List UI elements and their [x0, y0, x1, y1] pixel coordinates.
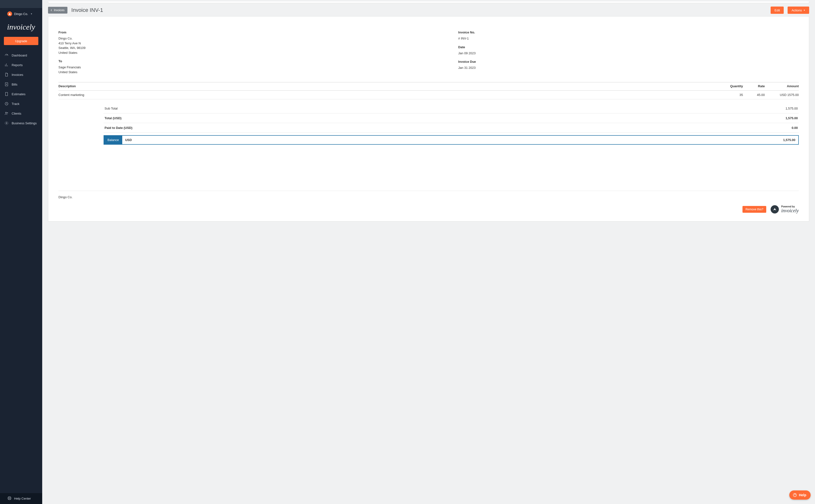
- chevron-left-icon: [50, 9, 53, 12]
- sidebar-topbar: [0, 0, 42, 8]
- cell-description: Content marketing: [58, 91, 721, 99]
- sidebar-item-bills[interactable]: Bills: [0, 79, 42, 89]
- caret-down-icon: ▼: [803, 9, 805, 11]
- page-title: Invoice INV-1: [71, 7, 103, 13]
- sidebar: Dingo Co. ▼ invoicely Upgrade Dashboard …: [0, 0, 42, 504]
- main: Invoices Invoice INV-1 Edit Actions ▼ Fr…: [42, 0, 815, 504]
- sidebar-nav: Dashboard Reports Invoices Bills: [0, 50, 42, 128]
- file-icon: [4, 72, 9, 77]
- subtotal-value: 1,575.00: [764, 107, 798, 110]
- due-value: Jan 31 2023: [458, 65, 799, 70]
- file-plus-icon: [4, 82, 9, 87]
- content-scroll[interactable]: From Dingo Co. 410 Terry Ave N Seattle, …: [42, 16, 815, 504]
- bar-chart-icon: [4, 63, 9, 67]
- help-center-link[interactable]: Help Center: [0, 493, 42, 504]
- question-circle-icon: [793, 493, 797, 497]
- help-center-label: Help Center: [14, 497, 31, 500]
- page-header: Invoices Invoice INV-1 Edit Actions ▼: [42, 3, 815, 16]
- sidebar-item-label: Bills: [12, 83, 17, 86]
- balance-value: 1,575.00: [135, 136, 798, 144]
- org-picker[interactable]: Dingo Co. ▼: [0, 8, 42, 20]
- powered-by-brand: invoicely: [781, 208, 799, 213]
- remove-branding-button[interactable]: Remove this?: [743, 206, 766, 213]
- balance-row: Balance USD 1,575.00: [103, 135, 799, 145]
- gear-icon: [4, 121, 9, 125]
- from-body: Dingo Co. 410 Terry Ave N Seattle, WA, 9…: [58, 36, 458, 55]
- edit-button[interactable]: Edit: [771, 7, 784, 14]
- total-label: Total (USD): [104, 116, 764, 120]
- sidebar-item-clients[interactable]: Clients: [0, 109, 42, 118]
- svg-point-9: [795, 496, 795, 496]
- back-to-invoices-button[interactable]: Invoices: [48, 7, 67, 14]
- sidebar-item-track[interactable]: Track: [0, 99, 42, 109]
- svg-point-3: [6, 112, 7, 113]
- sidebar-item-label: Dashboard: [12, 54, 27, 57]
- sidebar-item-label: Clients: [12, 112, 21, 115]
- sidebar-item-estimates[interactable]: Estimates: [0, 89, 42, 99]
- line-items-table: Description Quantity Rate Amount Content…: [58, 82, 799, 99]
- paid-label: Paid to Date (USD): [104, 126, 764, 130]
- date-title: Date: [458, 45, 799, 49]
- collapsed-banner: [48, 1, 809, 3]
- date-value: Jan 09 2023: [458, 51, 799, 56]
- from-country: United States: [58, 50, 458, 55]
- col-description: Description: [58, 82, 721, 91]
- sidebar-item-label: Estimates: [12, 92, 25, 96]
- svg-point-5: [6, 123, 7, 124]
- lifebuoy-icon: [7, 496, 12, 501]
- due-title: Invoice Due: [458, 60, 799, 63]
- table-row: Content marketing 35 45.00 USD 1575.00: [58, 91, 799, 99]
- to-country: United States: [58, 70, 458, 75]
- footer-company: Dingo Co.: [58, 195, 799, 199]
- org-logo-icon: [7, 11, 12, 16]
- invoice-card: From Dingo Co. 410 Terry Ave N Seattle, …: [48, 16, 809, 221]
- org-name: Dingo Co.: [14, 12, 28, 16]
- col-rate: Rate: [743, 82, 765, 91]
- brand-logo[interactable]: invoicely: [0, 20, 42, 33]
- actions-button[interactable]: Actions ▼: [788, 7, 809, 14]
- balance-label: Balance: [104, 136, 122, 144]
- col-amount: Amount: [765, 82, 799, 91]
- sidebar-item-invoices[interactable]: Invoices: [0, 70, 42, 79]
- upgrade-button[interactable]: Upgrade: [4, 37, 38, 45]
- actions-label: Actions: [791, 8, 802, 12]
- clock-icon: [4, 102, 9, 106]
- paid-value: 0.00: [764, 126, 798, 130]
- to-name: Sage Financials: [58, 65, 458, 70]
- svg-rect-1: [6, 92, 8, 96]
- invoice-no-title: Invoice No.: [458, 31, 799, 34]
- sidebar-item-business-settings[interactable]: Business Settings: [0, 118, 42, 128]
- bird-icon: [771, 205, 779, 213]
- sidebar-item-label: Business Settings: [12, 121, 37, 125]
- back-label: Invoices: [54, 8, 64, 12]
- total-value: 1,575.00: [764, 116, 798, 120]
- users-icon: [4, 111, 9, 116]
- svg-point-7: [9, 497, 10, 499]
- gauge-icon: [4, 53, 9, 57]
- totals: Sub Total 1,575.00 Total (USD) 1,575.00 …: [103, 104, 799, 145]
- from-addr1: 410 Terry Ave N: [58, 41, 458, 46]
- caret-down-icon: ▼: [31, 13, 32, 15]
- balance-currency: USD: [122, 136, 135, 144]
- sidebar-item-label: Reports: [12, 63, 23, 67]
- help-widget-label: Help: [799, 493, 806, 497]
- sidebar-item-reports[interactable]: Reports: [0, 60, 42, 70]
- from-name: Dingo Co.: [58, 36, 458, 41]
- sidebar-item-label: Track: [12, 102, 19, 106]
- cell-amount: USD 1575.00: [765, 91, 799, 99]
- document-icon: [4, 92, 9, 96]
- svg-point-4: [7, 112, 8, 113]
- invoice-no-value: # INV-1: [458, 36, 799, 41]
- subtotal-label: Sub Total: [104, 107, 764, 110]
- cell-rate: 45.00: [743, 91, 765, 99]
- powered-by-link[interactable]: Powered by invoicely: [771, 205, 799, 213]
- sidebar-item-label: Invoices: [12, 73, 23, 77]
- to-title: To: [58, 59, 458, 63]
- help-widget-button[interactable]: Help: [789, 490, 811, 500]
- from-addr2: Seattle, WA, 98109: [58, 46, 458, 50]
- col-quantity: Quantity: [721, 82, 743, 91]
- sidebar-item-dashboard[interactable]: Dashboard: [0, 50, 42, 60]
- from-title: From: [58, 31, 458, 34]
- cell-quantity: 35: [721, 91, 743, 99]
- to-body: Sage Financials United States: [58, 65, 458, 74]
